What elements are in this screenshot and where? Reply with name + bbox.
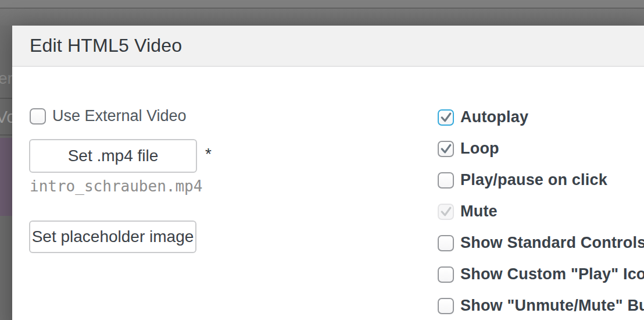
option-row-play-pause-on-click[interactable]: Play/pause on click — [438, 171, 644, 189]
set-mp4-file-button[interactable]: Set .mp4 file — [29, 139, 197, 173]
modal-header: Edit HTML5 Video — [12, 26, 644, 67]
option-row-mute[interactable]: Mute — [438, 202, 644, 221]
check-icon — [439, 205, 453, 218]
option-label: Show Standard Controls — [460, 234, 644, 252]
mp4-file-row: Set .mp4 file * — [29, 139, 212, 173]
option-row-autoplay[interactable]: Autoplay — [438, 108, 644, 126]
use-external-video-label: Use External Video — [52, 107, 187, 125]
video-options-list: Autoplay Loop Play/pause on click — [438, 108, 644, 315]
play-pause-on-click-checkbox[interactable] — [438, 172, 454, 189]
option-label: Show "Unmute/Mute" Button — [460, 297, 644, 315]
option-label: Autoplay — [460, 108, 528, 126]
option-row-show-custom-play-icon[interactable]: Show Custom "Play" Icon — [438, 265, 644, 283]
current-video-filename: intro_schrauben.mp4 — [30, 177, 202, 195]
option-row-show-standard-controls[interactable]: Show Standard Controls — [438, 234, 644, 252]
use-external-video-checkbox[interactable] — [30, 108, 46, 125]
show-custom-play-icon-checkbox[interactable] — [438, 266, 454, 283]
mute-checkbox — [438, 204, 454, 220]
modal-body: Use External Video Set .mp4 file * intro… — [12, 68, 644, 320]
dimmed-top-bar — [0, 0, 644, 8]
dimmed-page-background: er Vo — [0, 26, 12, 320]
option-label: Play/pause on click — [460, 171, 607, 189]
check-icon — [439, 142, 453, 155]
option-label: Mute — [460, 202, 498, 221]
dimmed-admin-bar — [0, 9, 644, 26]
option-label: Loop — [460, 140, 499, 158]
screen: er Vo Edit HTML5 Video Use External Vide… — [0, 0, 644, 320]
option-label: Show Custom "Play" Icon — [460, 265, 644, 283]
set-placeholder-image-button[interactable]: Set placeholder image — [29, 221, 196, 253]
option-row-loop[interactable]: Loop — [438, 140, 644, 158]
autoplay-checkbox[interactable] — [438, 109, 454, 126]
option-row-show-unmute-mute-button[interactable]: Show "Unmute/Mute" Button — [438, 297, 644, 315]
background-text-fragment: er — [0, 70, 12, 87]
background-divider — [0, 134, 12, 136]
modal-title: Edit HTML5 Video — [30, 35, 182, 56]
background-text-fragment: Vo — [0, 108, 12, 126]
show-standard-controls-checkbox[interactable] — [438, 235, 454, 251]
dimmed-content-block — [0, 138, 12, 216]
background-divider — [0, 98, 12, 99]
show-unmute-mute-button-checkbox[interactable] — [438, 298, 454, 314]
edit-html5-video-modal: Edit HTML5 Video Use External Video Set … — [12, 26, 644, 320]
check-icon — [439, 111, 453, 124]
required-asterisk: * — [205, 145, 212, 163]
option-row-use-external-video[interactable]: Use External Video — [30, 107, 187, 125]
loop-checkbox[interactable] — [438, 141, 454, 157]
